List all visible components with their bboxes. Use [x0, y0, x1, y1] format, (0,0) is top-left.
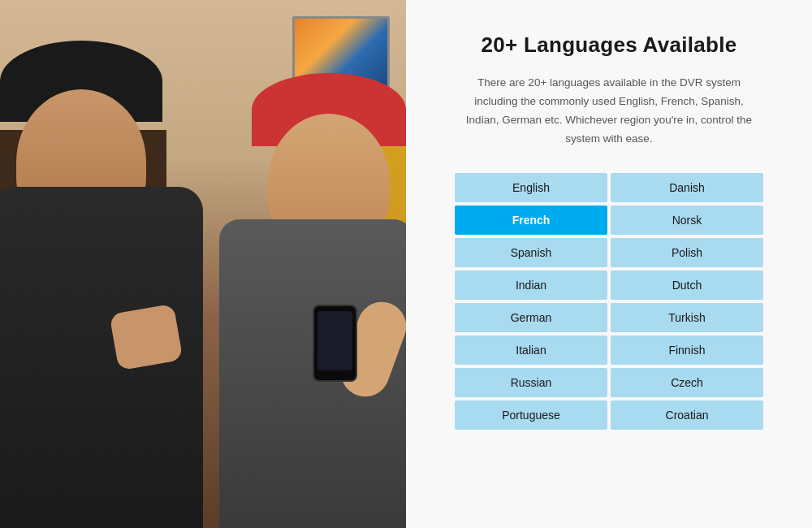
language-spanish: Spanish: [455, 238, 607, 267]
language-turkish: Turkish: [611, 303, 763, 332]
language-danish: Danish: [611, 173, 763, 202]
language-italian: Italian: [455, 335, 607, 365]
language-polish: Polish: [611, 238, 763, 267]
language-french: French: [455, 206, 607, 235]
man-fist: [110, 304, 184, 371]
language-portuguese: Portuguese: [455, 400, 607, 430]
language-grid: English Danish French Norsk Spanish Poli…: [455, 173, 763, 430]
language-czech: Czech: [611, 368, 763, 397]
photo-section: [0, 0, 406, 528]
content-section: 20+ Languages Available There are 20+ la…: [406, 0, 812, 528]
language-indian: Indian: [455, 270, 607, 300]
language-russian: Russian: [455, 368, 607, 397]
description-text: There are 20+ languages available in the…: [463, 74, 755, 149]
language-croatian: Croatian: [611, 400, 763, 430]
language-finnish: Finnish: [611, 335, 763, 365]
page-wrapper: 20+ Languages Available There are 20+ la…: [0, 0, 812, 528]
page-title: 20+ Languages Available: [482, 32, 737, 58]
language-english: English: [455, 173, 607, 202]
language-dutch: Dutch: [611, 270, 763, 300]
phone-screen: [317, 311, 352, 370]
phone: [313, 305, 357, 382]
woman-figure: [179, 41, 406, 528]
language-german: German: [455, 303, 607, 332]
language-norsk: Norsk: [611, 206, 763, 235]
